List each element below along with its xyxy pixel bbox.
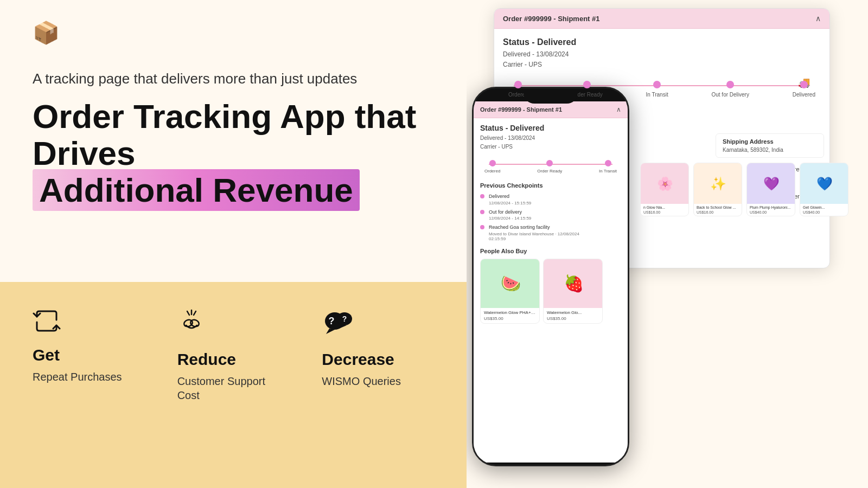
strip-image-0: 🌸 (641, 163, 689, 204)
product-name-0: Watermelon Glow PHA+BHA P... (484, 310, 536, 315)
feature-label-support: Customer Support Cost (177, 374, 290, 402)
feature-label-wismo: WISMO Queries (322, 374, 401, 388)
svg-line-1 (194, 311, 196, 315)
feature-wismo: ? ? Decrease WISMO Queries (322, 309, 434, 388)
desktop-mockup-header: Order #999999 - Shipment #1 ∧ (494, 9, 829, 29)
product-price-1: US$35.00 (547, 316, 599, 321)
product-info-0: Watermelon Glow PHA+BHA P... US$35.00 (481, 308, 539, 323)
tracking-label: Delivered (793, 92, 815, 98)
logo-icon: 📦 (33, 22, 65, 54)
phone-checkpoint-text: Delivered (489, 193, 531, 201)
strip-name-2: Plum Plump Hyaluroni... (750, 206, 792, 209)
product-info-1: Watermelon Glo... US$35.00 (544, 308, 602, 323)
strip-info-2: Plum Plump Hyaluroni... US$40.00 (747, 204, 795, 216)
phone-checkpoint-text: Reached Goa sorting facility (489, 224, 579, 232)
phone-tracking-step: Ordered (484, 160, 500, 174)
desktop-delivered-date: Delivered - 13/08/2024 (503, 49, 821, 60)
phone-header-title: Order #999999 - Shipment #1 (480, 106, 562, 113)
phone-carrier: Carrier - UPS (480, 143, 621, 151)
phone-checkpoint-time: 12/08/2024 - 15:15:59 (489, 201, 531, 206)
phone-checkpoint-dot (480, 194, 484, 198)
feature-action-get: Get (33, 346, 60, 364)
phone-checkpoint-dot (480, 225, 484, 229)
right-section: Order #999999 - Shipment #1 ∧ Status - D… (467, 0, 868, 488)
question-chat-icon: ? ? (322, 309, 353, 342)
phone-close-icon: ∧ (616, 106, 621, 113)
tagline: A tracking page that delivers more than … (33, 70, 434, 87)
strip-info-0: n Glow Nia... US$16.00 (641, 204, 688, 216)
strip-card-0: 🌸 n Glow Nia... US$16.00 (640, 163, 689, 216)
feature-repeat: Get Repeat Purchases (33, 309, 145, 384)
phone-checkpoint: Delivered 12/08/2024 - 15:15:59 (480, 193, 621, 206)
phone-prev-title: Previous Checkpoints (480, 182, 621, 189)
strip-card-3: 💙 Get Glowin... US$40.00 (800, 163, 848, 216)
headline-highlight: Additional Revenue (33, 169, 360, 211)
people-buy-title: People Also Buy (480, 248, 621, 254)
shipping-detail: Karnataka, 589302, India (723, 147, 817, 153)
phone-tracking-label: In Transit (599, 169, 617, 174)
phone-checkpoint-time: Moved to Divar Island Warehouse · 12/08/… (489, 232, 579, 236)
phone-mockup: Order #999999 - Shipment #1 ∧ Status - D… (472, 87, 629, 466)
tracking-step-delivered: Delivered (793, 81, 815, 98)
tracking-dot (800, 81, 808, 88)
phone-header: Order #999999 - Shipment #1 ∧ (474, 101, 628, 118)
strip-name-1: Back to School Glow ... (697, 206, 739, 209)
product-price-0: US$35.00 (484, 316, 536, 321)
tracking-dot (583, 81, 591, 88)
feature-action-decrease: Decrease (322, 350, 394, 369)
phone-checkpoint-time: 12/08/2024 - 14:15:59 (489, 216, 531, 221)
tracking-dot (653, 81, 661, 88)
strip-info-1: Back to School Glow ... US$16.00 (694, 204, 742, 216)
tracking-dot (514, 81, 522, 88)
feature-support: Reduce Customer Support Cost (177, 309, 290, 402)
tracking-dot (726, 81, 734, 88)
phone-screen: Order #999999 - Shipment #1 ∧ Status - D… (474, 101, 628, 463)
product-name-1: Watermelon Glo... (547, 310, 599, 315)
strip-name-0: n Glow Nia... (643, 206, 686, 209)
handshake-icon (177, 309, 206, 342)
phone-tracking-dot (546, 160, 553, 166)
headline: Order Tracking App that Drives Additiona… (33, 98, 434, 209)
desktop-status-title: Status - Delivered (503, 37, 821, 47)
desktop-header-title: Order #999999 - Shipment #1 (503, 15, 599, 23)
phone-tracking-bar: Ordered Order Ready In Transit (480, 160, 621, 174)
svg-text:?: ? (329, 316, 335, 326)
strip-info-3: Get Glowin... US$40.00 (800, 204, 848, 216)
strip-image-3: 💙 (800, 163, 848, 204)
phone-checkpoint: Reached Goa sorting facility Moved to Di… (480, 224, 621, 241)
logo-area: 📦 (33, 22, 434, 54)
feature-label-repeat: Repeat Purchases (33, 370, 122, 384)
strip-price-0: US$16.00 (643, 210, 686, 214)
phone-status-title: Status - Delivered (480, 124, 621, 132)
svg-text:?: ? (342, 314, 347, 323)
phone-tracking-step: In Transit (599, 160, 617, 174)
tracking-label: Out for Delivery (711, 92, 749, 98)
right-product-strip: 🌸 n Glow Nia... US$16.00 ✨ Back to Schoo… (640, 163, 857, 216)
phone-tracking-label: Order Ready (537, 169, 562, 174)
tracking-step-out: Out for Delivery (711, 81, 749, 98)
desktop-carrier: Carrier - UPS (503, 60, 821, 70)
shipping-title: Shipping Address (723, 138, 817, 145)
phone-checkpoint-text: Out for delivery (489, 209, 531, 216)
strip-name-3: Get Glowin... (803, 206, 845, 209)
phone-tracking-step: Order Ready (537, 160, 562, 174)
strip-card-2: 💜 Plum Plump Hyaluroni... US$40.00 (746, 163, 795, 216)
headline-part1: Order Tracking App that Drives (33, 98, 416, 172)
phone-checkpoint: Out for delivery 12/08/2024 - 14:15:59 (480, 209, 621, 221)
phone-tracking-label: Ordered (484, 169, 500, 174)
phone-notch (524, 88, 578, 104)
phone-tracking-dot (605, 160, 611, 166)
strip-image-1: ✨ (694, 163, 742, 204)
svg-line-2 (187, 311, 189, 315)
product-card-1: 🍓 Watermelon Glo... US$35.00 (543, 259, 603, 324)
product-grid: 🍉 Watermelon Glow PHA+BHA P... US$35.00 … (480, 259, 621, 324)
phone-body: Status - Delivered Delivered - 13/08/202… (474, 118, 628, 458)
features-section: Get Repeat Purchases Reduce Customer Sup… (0, 282, 467, 488)
strip-price-3: US$40.00 (803, 210, 845, 214)
phone-checkpoint-dot (480, 210, 484, 214)
shipping-address-box: Shipping Address Karnataka, 589302, Indi… (716, 133, 824, 158)
product-image-0: 🍉 (481, 259, 540, 308)
product-image-1: 🍓 (544, 259, 603, 308)
tracking-step-transit: In Transit (646, 81, 668, 98)
desktop-close-icon: ∧ (815, 14, 821, 23)
